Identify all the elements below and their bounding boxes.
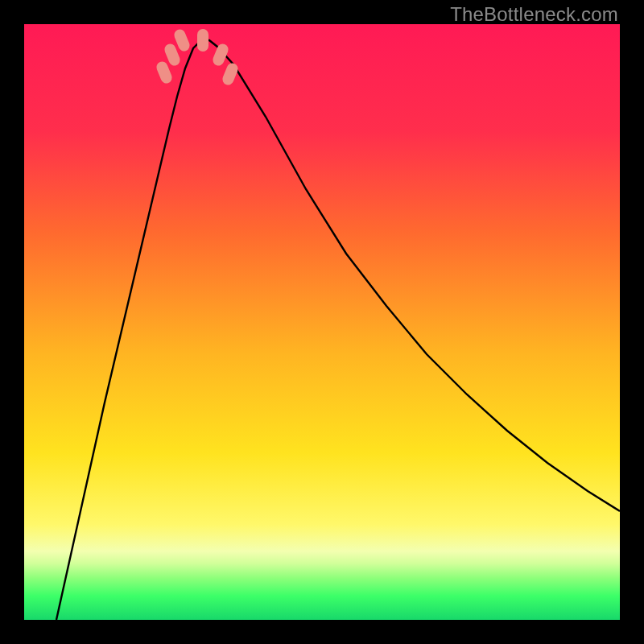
trough-marker [197, 29, 208, 52]
chart-frame: TheBottleneck.com [0, 0, 644, 644]
trough-marker [221, 61, 239, 86]
plot-area [24, 24, 620, 620]
watermark-text: TheBottleneck.com [450, 3, 618, 26]
bottleneck-curve [24, 24, 620, 620]
trough-marker [211, 42, 229, 67]
